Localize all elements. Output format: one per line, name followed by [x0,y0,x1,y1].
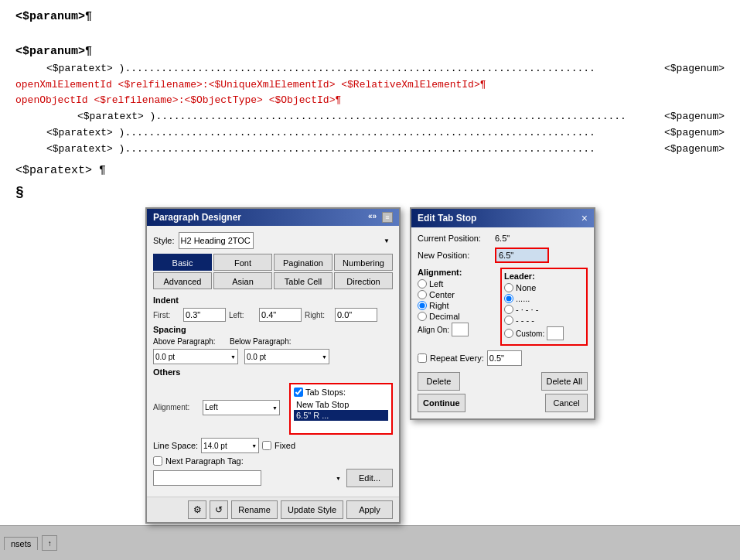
leader-none-radio[interactable] [504,283,513,292]
leader-custom-row: Custom: [504,326,584,340]
current-pos-label: Current Position: [418,234,491,243]
next-para-select[interactable] [153,470,261,486]
tab-pagination[interactable]: Pagination [274,254,332,271]
right-label: Right: [305,311,332,319]
leader-dots-label: ...... [516,294,530,303]
above-dropdown-wrapper: 0.0 pt [153,349,238,364]
above-para-select[interactable]: 0.0 pt [153,349,238,364]
below-para-label: Below Paragraph: [230,337,299,346]
dialog-options-icon[interactable]: ≡ [382,212,393,223]
update-style-button[interactable]: Update Style [281,500,343,519]
cancel-button[interactable]: Cancel [545,394,588,412]
edit-tabstop-close-btn[interactable]: × [581,212,588,224]
leader-dash-thin-row: - · - · - [504,305,584,314]
align-right-label: Right [429,301,449,310]
style-dropdown[interactable]: H2 Heading 2TOC [179,232,254,249]
doc-line: openObjectId <$relfilename>:<$ObjectType… [15,93,725,109]
linespace-select[interactable]: 14.0 pt [201,438,259,453]
left-input[interactable] [259,308,302,322]
style-row: Style: H2 Heading 2TOC [153,232,393,249]
leader-dots-row: ...... [504,294,584,303]
leader-dash-thin-radio[interactable] [504,305,513,314]
tab-table-cell[interactable]: Table Cell [274,272,332,289]
settings-icon-btn[interactable]: ⚙ [188,500,206,519]
apply-button[interactable]: Apply [346,500,393,519]
tabstops-checkbox[interactable] [294,388,303,397]
new-pos-row: New Position: [418,248,588,263]
tabstops-label: Tab Stops: [305,388,346,397]
alignment-select[interactable]: Left [203,400,280,415]
align-decimal-radio[interactable] [418,312,427,321]
style-label: Style: [153,236,175,245]
linespace-row: Line Space: 14.0 pt Fixed [153,438,393,453]
below-para-select[interactable]: 0.0 pt [244,349,329,364]
bottom-tab-nsets[interactable]: nsets [4,537,38,550]
tab-font[interactable]: Font [213,254,272,271]
repeat-input[interactable] [487,350,522,366]
alignment-leader-section: Alignment: Left Center Right Decimal [418,268,588,346]
others-section: Others Alignment: Left Tab Stops: New Ta… [153,367,393,487]
repeat-checkbox[interactable] [418,353,427,363]
above-para-label: Above Paragraph: [153,337,227,346]
align-right-row: Right [418,301,497,310]
align-left-radio[interactable] [418,279,427,289]
delete-button[interactable]: Delete [418,372,460,391]
edit-tabstop-dialog: Edit Tab Stop × Current Position: 6.5" N… [410,207,595,420]
new-pos-input[interactable] [495,248,549,263]
next-para-dropdown-wrapper [153,470,343,486]
style-dropdown-wrapper: H2 Heading 2TOC [179,232,393,249]
first-label: First: [153,311,180,319]
align-center-radio[interactable] [418,290,427,299]
alignment-dropdown-wrapper: Left [203,400,280,415]
align-on-label: Align On: [418,326,449,334]
doc-line: <$paratext> ¶ [15,164,725,177]
leader-dash-row: - - - - [504,316,584,325]
leader-custom-label: Custom: [516,330,544,338]
align-left-label: Left [429,279,443,289]
next-para-row: Next Paragraph Tag: [153,456,393,466]
double-arrow-icon: «» [368,212,377,223]
first-input[interactable] [183,308,226,322]
leader-dash-radio[interactable] [504,316,513,325]
tabstop-65r[interactable]: 6.5" R ... [294,410,388,421]
tab-numbering[interactable]: Numbering [334,254,393,271]
edit-button[interactable]: Edit... [346,469,393,487]
tab-buttons-row2: Advanced Asian Table Cell Direction [153,272,393,289]
leader-dash-label: - - - - [516,316,534,325]
fixed-checkbox[interactable] [262,441,271,450]
repeat-label: Repeat Every: [430,353,484,363]
align-decimal-label: Decimal [429,312,460,321]
align-right-radio[interactable] [418,301,427,310]
leader-custom-radio[interactable] [504,329,513,338]
delete-all-button[interactable]: Delete All [541,372,588,391]
align-center-label: Center [429,290,455,299]
titlebar-controls: «» ≡ [368,212,393,223]
doc-line: <$paratext> )...........................… [15,61,725,77]
align-on-input[interactable] [452,323,469,336]
section-mark: § [15,185,725,200]
align-left-row: Left [418,279,497,289]
tab-asian[interactable]: Asian [213,272,272,289]
continue-button[interactable]: Continue [418,394,465,412]
continue-cancel-row: Continue Cancel [418,394,588,412]
leader-custom-input[interactable] [547,326,564,340]
rename-button[interactable]: Rename [231,500,278,519]
delete-btn-row: Delete Delete All [418,372,588,391]
leader-dots-radio[interactable] [504,294,513,303]
dialog-body: Style: H2 Heading 2TOC Basic Font Pagina… [147,226,399,497]
tab-buttons-row1: Basic Font Pagination Numbering [153,254,393,271]
current-pos-row: Current Position: 6.5" [418,234,588,243]
repeat-row: Repeat Every: [418,350,588,366]
tab-direction[interactable]: Direction [334,272,393,289]
alignment-row: Alignment: Left Tab Stops: New Tab Stop … [153,380,393,435]
spacing-label: Spacing [153,325,393,334]
tabstop-new[interactable]: New Tab Stop [294,399,388,410]
refresh-icon-btn[interactable]: ↺ [210,500,228,519]
new-pos-label: New Position: [418,251,491,260]
right-input[interactable] [335,308,377,322]
edit-tabstop-titlebar: Edit Tab Stop × [411,209,594,227]
next-para-checkbox[interactable] [153,456,162,466]
alignment-col-label: Alignment: [418,268,497,277]
tab-basic[interactable]: Basic [153,254,212,271]
tab-advanced[interactable]: Advanced [153,272,212,289]
